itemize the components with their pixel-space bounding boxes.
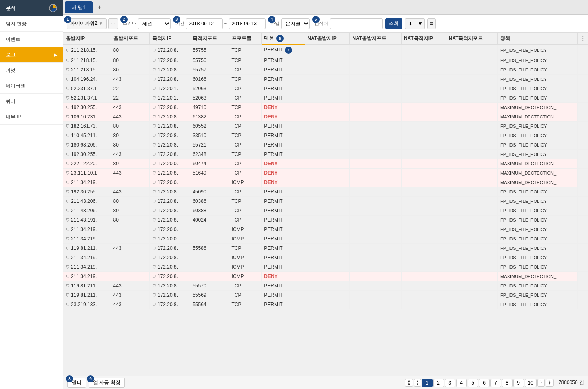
period-end-input[interactable] <box>229 18 266 29</box>
table-row[interactable]: ⛉192.30.255.443⛉172.20.8.45090TCPPERMITF… <box>63 187 588 197</box>
col-proto[interactable]: 프로토콜 <box>229 33 262 44</box>
toolbar: 1 파이어파워2 ▼ ··· 2 스키마 세션 3 기간 ~ 4 타입 <box>63 15 588 33</box>
sidebar-header: 분석 <box>0 0 63 16</box>
col-natsrcip[interactable]: NAT출발지IP <box>305 33 350 44</box>
ip-icon: ⛉ <box>152 105 156 110</box>
search-input[interactable] <box>330 18 383 29</box>
table-row[interactable]: ⛉211.34.219.⛉172.20.0.ICMPPERMITFP_IDS_F… <box>63 234 588 244</box>
col-policy[interactable]: 정책 <box>498 33 578 44</box>
table-row[interactable]: ⛉211.43.206.80⛉172.20.8.60388TCPPERMITFP… <box>63 206 588 216</box>
chevron-down-icon: ▼ <box>418 21 423 27</box>
schema-select[interactable]: 세션 <box>138 18 171 29</box>
pagination: ⟪ ⟨ 1 2 3 4 5 6 7 8 9 10 ⟩ ⟫ 7880056 건 <box>405 379 584 387</box>
firewall-selector[interactable]: 파이어파워2 ▼ <box>67 18 107 29</box>
page-7-button[interactable]: 7 <box>490 379 501 387</box>
type-select[interactable]: 문자열 <box>281 18 310 29</box>
table-row[interactable]: ⛉23.111.10.1443⛉172.20.8.51649TCPDENYMAX… <box>63 169 588 178</box>
footer: 8 필터 9 열 자동 확장 ⟪ ⟨ 1 2 3 4 5 6 7 8 9 10 … <box>63 376 588 389</box>
page-next-button[interactable]: ⟩ <box>537 379 545 387</box>
page-4-button[interactable]: 4 <box>456 379 467 387</box>
table-row[interactable]: ⛉211.34.219.⛉172.20.0.ICMPPERMITFP_IDS_F… <box>63 225 588 234</box>
download-button[interactable]: ⬇ <box>405 18 416 29</box>
table-row[interactable]: ⛉211.218.15.80⛉172.20.8.55756TCPPERMITFP… <box>63 56 588 65</box>
sidebar-item-logs[interactable]: 로그 ▶ <box>0 47 63 63</box>
table-row[interactable]: ⛉110.45.211.80⛉172.20.8.33510TCPPERMITFP… <box>63 131 588 140</box>
list-icon: ≡ <box>430 21 433 27</box>
col-srcip[interactable]: 출발지IP <box>63 33 111 44</box>
ip-icon: ⛉ <box>152 115 156 119</box>
sidebar-item-query[interactable]: 쿼리 <box>0 94 63 109</box>
page-3-button[interactable]: 3 <box>445 379 455 387</box>
page-2-button[interactable]: 2 <box>433 379 444 387</box>
page-8-button[interactable]: 8 <box>502 379 513 387</box>
col-dstport[interactable]: 목적지포트 <box>190 33 229 44</box>
sidebar-item-internalip[interactable]: 내부 IP <box>0 109 63 125</box>
ip-icon: ⛉ <box>152 180 156 185</box>
table-row[interactable]: ⛉211.34.219.⛉172.20.8.ICMPPERMITFP_IDS_F… <box>63 262 588 272</box>
page-6-button[interactable]: 6 <box>479 379 490 387</box>
table-row[interactable]: ⛉52.231.37.122⛉172.20.1.52063TCPPERMITFP… <box>63 84 588 93</box>
table-row[interactable]: ⛉106.10.231.443⛉172.20.8.61382TCPDENYMAX… <box>63 112 588 122</box>
table-row[interactable]: ⛉180.68.206.80⛉172.20.8.55721TCPPERMITFP… <box>63 140 588 150</box>
table-row[interactable]: ⛉211.43.206.80⛉172.20.8.60386TCPPERMITFP… <box>63 197 588 206</box>
list-button[interactable]: ≡ <box>427 18 436 29</box>
table-row[interactable]: ⛉182.161.73.80⛉172.20.8.60552TCPPERMITFP… <box>63 122 588 131</box>
table-row[interactable]: ⛉119.81.211.443⛉172.20.8.55569TCPPERMITF… <box>63 291 588 300</box>
sidebar-item-pivot[interactable]: 피벗 <box>0 63 63 78</box>
table-row[interactable]: ⛉192.30.255.443⛉172.20.8.49710TCPDENYMAX… <box>63 103 588 112</box>
chevron-right-icon: ▶ <box>54 53 57 57</box>
firewall-more-button[interactable]: ··· <box>108 18 118 29</box>
period-group: 3 기간 ~ <box>175 18 266 29</box>
ip-icon: ⛉ <box>152 48 156 53</box>
ip-icon: ⛉ <box>66 274 70 279</box>
ip-icon: ⛉ <box>152 133 156 138</box>
table-row[interactable]: ⛉211.218.15.80⛉172.20.8.55755TCPPERMIT 7… <box>63 44 588 56</box>
download-dropdown-button[interactable]: ▼ <box>416 18 425 29</box>
table-row[interactable]: ⛉211.34.219.⛉172.20.8.ICMPDENYMAXIMUM_DE… <box>63 272 588 281</box>
table-row[interactable]: ⛉52.231.37.122⛉172.20.1.52063TCPPERMITFP… <box>63 93 588 103</box>
ip-icon: ⛉ <box>66 209 70 213</box>
table-row[interactable]: ⛉211.218.15.80⛉172.20.8.55757TCPPERMITFP… <box>63 65 588 75</box>
sidebar-item-dataset[interactable]: 데이터셋 <box>0 78 63 94</box>
tab-new1[interactable]: 새 탭1 <box>65 1 93 13</box>
col-action[interactable]: 대응 6 <box>262 33 305 44</box>
col-natdstport[interactable]: NAT목적지포트 <box>446 33 497 44</box>
ip-icon: ⛉ <box>66 96 70 100</box>
table-row[interactable]: ⛉104.196.24.443⛉172.20.8.60166TCPPERMITF… <box>63 75 588 84</box>
ip-icon: ⛉ <box>66 246 70 251</box>
ip-icon: ⛉ <box>66 190 70 194</box>
page-prev-button[interactable]: ⟨ <box>414 379 421 387</box>
page-9-button[interactable]: 9 <box>513 379 524 387</box>
ip-icon: ⛉ <box>66 124 70 129</box>
sidebar-nav: 탐지 현황 이벤트 로그 ▶ 피벗 데이터셋 쿼리 내부 IP <box>0 16 63 389</box>
col-natsrcport[interactable]: NAT출발지포트 <box>350 33 401 44</box>
sidebar-item-events[interactable]: 이벤트 <box>0 32 63 47</box>
page-last-button[interactable]: ⟫ <box>546 379 554 387</box>
page-first-button[interactable]: ⟪ <box>405 379 413 387</box>
page-1-button[interactable]: 1 <box>422 379 433 387</box>
query-button[interactable]: 조회 <box>385 18 402 29</box>
annotation-2: 2 <box>120 16 128 23</box>
table-row[interactable]: ⛉222.122.20.80⛉172.20.0.60474TCPDENYMAXI… <box>63 159 588 169</box>
col-dstip[interactable]: 목적지IP <box>149 33 190 44</box>
chart-icon <box>49 4 57 12</box>
log-table-wrapper[interactable]: 출발지IP 출발지포트 목적지IP 목적지포트 프로토콜 대응 6 NAT출발지… <box>63 33 588 371</box>
table-row[interactable]: ⛉119.81.211.443⛉172.20.8.55570TCPPERMITF… <box>63 281 588 291</box>
ip-icon: ⛉ <box>152 256 156 260</box>
col-natdstip[interactable]: NAT목적지IP <box>401 33 446 44</box>
table-row[interactable]: ⛉119.81.211.443⛉172.20.8.55586TCPPERMITF… <box>63 244 588 253</box>
download-group: ⬇ ▼ <box>405 18 425 29</box>
table-row[interactable]: ⛉192.30.255.443⛉172.20.8.62348TCPPERMITF… <box>63 150 588 159</box>
sidebar-item-dashboard[interactable]: 탐지 현황 <box>0 16 63 32</box>
table-row[interactable]: ⛉211.34.219.⛉172.20.8.ICMPPERMITFP_IDS_F… <box>63 253 588 262</box>
tab-add-button[interactable]: + <box>93 2 105 13</box>
table-row[interactable]: ⛉211.34.219.⛉172.20.0.ICMPDENYMAXIMUM_DE… <box>63 178 588 187</box>
col-srcport[interactable]: 출발지포트 <box>111 33 149 44</box>
page-10-button[interactable]: 10 <box>525 379 537 387</box>
period-start-input[interactable] <box>186 18 223 29</box>
page-5-button[interactable]: 5 <box>468 379 478 387</box>
horizontal-scrollbar[interactable] <box>63 371 588 376</box>
table-row[interactable]: ⛉23.219.133.443⛉172.20.8.55564TCPPERMITF… <box>63 300 588 309</box>
table-row[interactable]: ⛉211.43.191.80⛉172.20.8.40024TCPPERMITFP… <box>63 216 588 225</box>
col-menu[interactable]: ⋮ <box>578 33 588 44</box>
